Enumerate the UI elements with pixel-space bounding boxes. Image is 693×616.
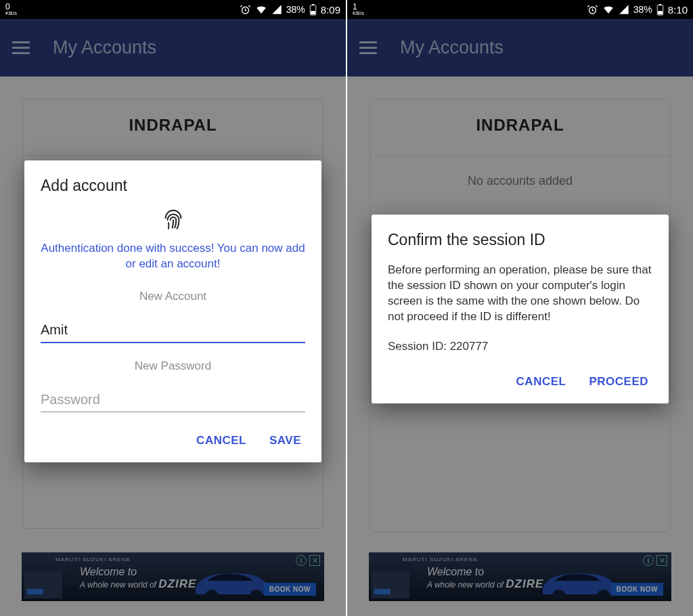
battery-percent: 38% xyxy=(286,4,305,15)
dialog-title: Add account xyxy=(41,177,305,195)
wifi-icon xyxy=(602,3,614,16)
svg-rect-3 xyxy=(311,11,315,14)
svg-rect-11 xyxy=(658,11,663,14)
auth-success-message: Authentication done with success! You ca… xyxy=(41,241,305,272)
confirm-session-dialog: Confirm the session ID Before performing… xyxy=(372,215,669,403)
alarm-icon xyxy=(240,4,251,16)
status-icons: 38% 8:10 xyxy=(587,3,688,16)
battery-percent: 38% xyxy=(633,4,652,15)
phone-left: 0 KB/s 38% 8:09 My Accounts INDRAPAL Add… xyxy=(0,0,346,616)
battery-icon xyxy=(309,4,317,16)
cell-signal-icon xyxy=(271,4,282,15)
dialog-actions: CANCEL PROCEED xyxy=(388,370,652,397)
phone-right: 1 KB/s 38% 8:10 My Accounts INDRAPAL No … xyxy=(346,0,693,616)
dialog-title: Confirm the session ID xyxy=(388,231,652,249)
network-speed: 0 KB/s xyxy=(5,3,17,16)
password-input[interactable] xyxy=(41,388,305,412)
svg-rect-2 xyxy=(312,4,314,5)
status-bar: 0 KB/s 38% 8:09 xyxy=(0,0,346,19)
battery-icon xyxy=(656,4,664,16)
clock-time: 8:09 xyxy=(321,4,340,16)
cell-signal-icon xyxy=(619,4,629,15)
account-name-input[interactable] xyxy=(41,318,305,343)
password-field-label: New Password xyxy=(41,359,305,373)
dialog-body: Before performing an operation, please b… xyxy=(388,263,652,325)
fingerprint-icon xyxy=(41,208,305,234)
wifi-icon xyxy=(255,3,267,16)
network-speed: 1 KB/s xyxy=(353,3,364,16)
proceed-button[interactable]: PROCEED xyxy=(589,375,648,389)
cancel-button[interactable]: CANCEL xyxy=(196,434,246,447)
save-button[interactable]: SAVE xyxy=(269,434,301,447)
dialog-actions: CANCEL SAVE xyxy=(41,428,305,456)
account-field-label: New Account xyxy=(41,290,305,303)
status-icons: 38% 8:09 xyxy=(240,3,340,16)
alarm-icon xyxy=(587,4,598,16)
status-bar: 1 KB/s 38% 8:10 xyxy=(347,0,693,19)
session-id-value: 220777 xyxy=(450,340,489,353)
session-id-line: Session ID: 220777 xyxy=(388,340,652,353)
svg-rect-10 xyxy=(659,4,661,5)
clock-time: 8:10 xyxy=(668,4,688,16)
cancel-button[interactable]: CANCEL xyxy=(516,375,566,389)
add-account-dialog: Add account Authentication done with suc… xyxy=(24,160,321,462)
